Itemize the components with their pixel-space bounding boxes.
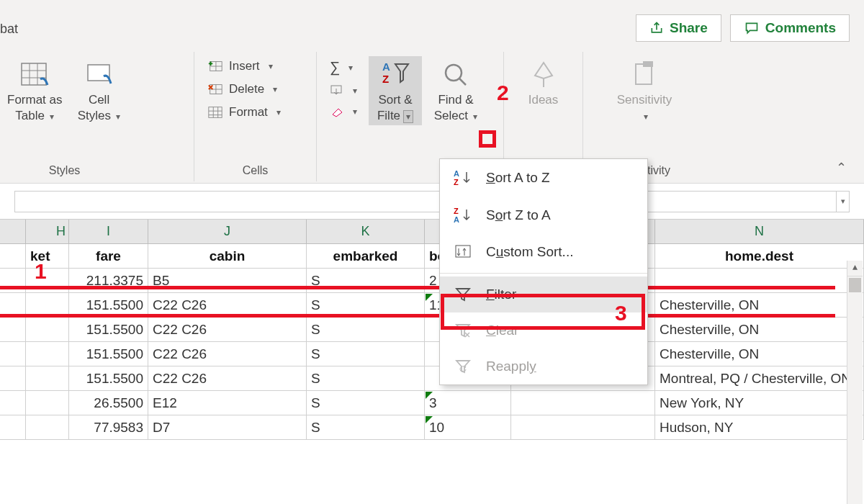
scroll-thumb[interactable] <box>849 278 861 292</box>
cell-cabin[interactable]: B5 <box>148 269 307 293</box>
col-header-H[interactable]: H <box>26 220 69 244</box>
table-row: 151.5500C22 C26SChesterville, ON <box>0 318 864 342</box>
cell-home[interactable]: Montreal, PQ / Chesterville, ON <box>655 366 864 391</box>
cell-boat[interactable]: 3 <box>425 391 511 415</box>
scroll-up-button[interactable]: ▴ <box>847 261 863 276</box>
ideas-label: Ideas <box>528 92 559 108</box>
cell-fare[interactable]: 151.5500 <box>69 366 148 391</box>
header-cabin[interactable]: cabin <box>148 244 307 269</box>
col-header-I[interactable]: I <box>69 220 148 244</box>
share-button[interactable]: Share <box>636 14 721 42</box>
svg-text:Z: Z <box>454 207 459 215</box>
cell-home[interactable]: Chesterville, ON <box>655 293 864 318</box>
menu-filter[interactable]: Filter <box>440 276 647 312</box>
row-stub[interactable] <box>0 415 26 440</box>
cell-embarked[interactable]: S <box>307 269 425 293</box>
svg-text:Z: Z <box>382 73 389 85</box>
collapse-ribbon-button[interactable]: ⌃ <box>836 160 847 176</box>
row-stub[interactable] <box>0 318 26 342</box>
cell-cabin[interactable]: C22 C26 <box>148 318 307 342</box>
cell-blank[interactable] <box>511 415 655 440</box>
cell[interactable] <box>26 366 69 391</box>
cell-home[interactable]: Chesterville, ON <box>655 318 864 342</box>
col-header-K[interactable]: K <box>307 220 425 244</box>
header-ket[interactable]: ket <box>26 244 69 269</box>
menu-sort-z-a[interactable]: ZA Sort Z to A <box>440 197 647 234</box>
cell-fare[interactable]: 151.5500 <box>69 293 148 318</box>
cell-cabin[interactable]: C22 C26 <box>148 293 307 318</box>
col-header-stub[interactable] <box>0 220 26 244</box>
cell-styles-button[interactable]: CellStyles ▾ <box>73 56 126 125</box>
cell-embarked[interactable]: S <box>307 391 425 415</box>
find-l1: Find & <box>438 93 473 107</box>
fill-button[interactable]: ▾ <box>325 81 361 100</box>
header-embarked[interactable]: embarked <box>307 244 425 269</box>
cell-home[interactable]: Chesterville, ON <box>655 342 864 366</box>
chevron-down-icon[interactable]: ▾ <box>403 110 413 123</box>
chevron-down-icon: ▾ <box>353 86 357 96</box>
formula-input[interactable] <box>14 191 837 212</box>
formula-bar: ▾ <box>0 184 864 220</box>
svg-rect-9 <box>88 65 109 81</box>
clear-dropdown-button[interactable]: ▾ <box>325 103 361 120</box>
cell-embarked[interactable]: S <box>307 293 425 318</box>
cell[interactable] <box>26 318 69 342</box>
cell[interactable] <box>26 269 69 293</box>
svg-rect-28 <box>643 61 653 67</box>
row-stub[interactable] <box>0 342 26 366</box>
header-fare[interactable]: fare <box>69 244 148 269</box>
menu-custom-sort[interactable]: Custom Sort... <box>440 234 647 270</box>
formula-expand-button[interactable]: ▾ <box>837 191 850 212</box>
col-header-J[interactable]: J <box>148 220 307 244</box>
row-stub[interactable] <box>0 391 26 415</box>
cell[interactable] <box>26 342 69 366</box>
sort-az-icon: AZ <box>454 169 472 186</box>
svg-rect-4 <box>22 63 46 85</box>
delete-button[interactable]: Delete▾ <box>203 79 285 99</box>
cell-fare[interactable]: 26.5500 <box>69 391 148 415</box>
menu-sort-a-z[interactable]: AZ Sort A to Z <box>440 159 647 197</box>
cell-embarked[interactable]: S <box>307 415 425 440</box>
format-button[interactable]: Format▾ <box>203 102 285 122</box>
cell[interactable] <box>26 391 69 415</box>
cell-cabin[interactable]: C22 C26 <box>148 342 307 366</box>
cell-blank[interactable] <box>511 391 655 415</box>
cell-fare[interactable]: 77.9583 <box>69 415 148 440</box>
chevron-down-icon: ▾ <box>276 107 281 117</box>
cell-home[interactable] <box>655 269 864 293</box>
comments-button[interactable]: Comments <box>730 14 850 42</box>
cell-cabin[interactable]: C22 C26 <box>148 366 307 391</box>
cell[interactable] <box>26 293 69 318</box>
fill-down-icon <box>330 84 344 97</box>
cell-cabin[interactable]: E12 <box>148 391 307 415</box>
sensitivity-button[interactable]: Sensitivity▾ <box>614 56 675 125</box>
cell-home[interactable]: New York, NY <box>655 391 864 415</box>
insert-button[interactable]: Insert▾ <box>203 56 285 76</box>
find-select-button[interactable]: Find &Select ▾ <box>429 56 482 125</box>
ideas-button[interactable]: Ideas <box>517 56 570 109</box>
cell-fare[interactable]: 151.5500 <box>69 342 148 366</box>
worksheet: H I J K L N ket fare cabin embarked bo h… <box>0 220 864 440</box>
cell-fare[interactable]: 151.5500 <box>69 318 148 342</box>
format-as-table-button[interactable]: Format asTable ▾ <box>4 56 66 125</box>
cell-home[interactable]: Hudson, NY <box>655 415 864 440</box>
sort-filter-button[interactable]: A Z Sort &Filte▾ <box>369 56 422 125</box>
cell[interactable] <box>26 415 69 440</box>
row-stub[interactable] <box>0 244 26 269</box>
cell-fare[interactable]: 211.3375 <box>69 269 148 293</box>
col-header-N[interactable]: N <box>655 220 864 244</box>
cell-embarked[interactable]: S <box>307 366 425 391</box>
cell-boat[interactable]: 10 <box>425 415 511 440</box>
custom-sort-icon <box>454 244 472 260</box>
custom-sort-label: stom Sort... <box>503 244 573 259</box>
cell-cabin[interactable]: D7 <box>148 415 307 440</box>
row-stub[interactable] <box>0 269 26 293</box>
row-stub[interactable] <box>0 366 26 391</box>
table-row: 151.5500C22 C26S11Chesterville, ON <box>0 293 864 318</box>
cell-embarked[interactable]: S <box>307 342 425 366</box>
cell-embarked[interactable]: S <box>307 318 425 342</box>
row-stub[interactable] <box>0 293 26 318</box>
autosum-button[interactable]: ∑▾ <box>325 56 361 78</box>
vertical-scrollbar[interactable]: ▴ <box>847 261 863 504</box>
header-home[interactable]: home.dest <box>655 244 864 269</box>
